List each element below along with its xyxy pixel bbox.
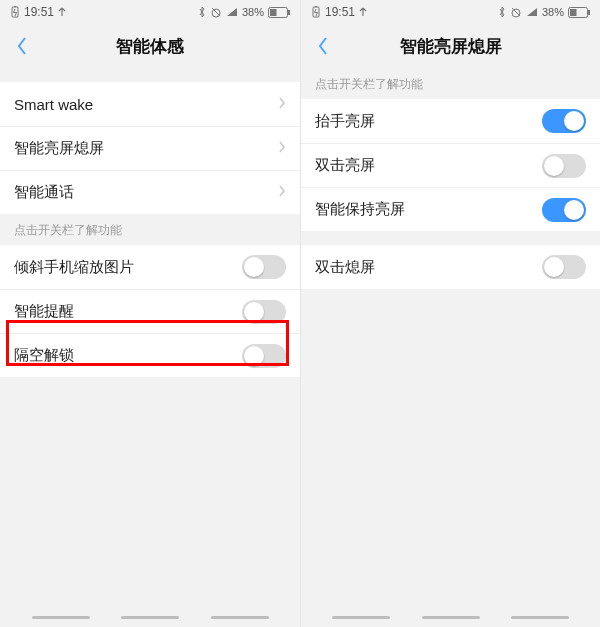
nav-segment — [211, 616, 269, 619]
nav-segment — [32, 616, 90, 619]
toggle-list: 倾斜手机缩放图片 智能提醒 隔空解锁 — [0, 245, 300, 377]
row-label: 倾斜手机缩放图片 — [14, 258, 242, 277]
row-smart-call[interactable]: 智能通话 — [0, 170, 300, 214]
svg-rect-5 — [288, 10, 290, 15]
nav-list: Smart wake 智能亮屏熄屏 智能通话 — [0, 82, 300, 214]
svg-point-2 — [212, 9, 220, 17]
signal-icon — [226, 7, 238, 17]
phone-left: 19:51 38% 智能体感 Smart wake 智能亮屏熄屏 智能通话 — [0, 0, 300, 627]
svg-rect-1 — [14, 6, 16, 7]
battery-icon — [268, 7, 290, 18]
alarm-off-icon — [210, 6, 222, 18]
row-label: 双击亮屏 — [315, 156, 542, 175]
svg-rect-13 — [570, 9, 577, 16]
bluetooth-icon — [498, 6, 506, 18]
toggle-list-1: 抬手亮屏 双击亮屏 智能保持亮屏 — [301, 99, 600, 231]
section-header: 点击开关栏了解功能 — [301, 68, 600, 99]
row-label: 智能亮屏熄屏 — [14, 139, 278, 158]
toggle-double-tap-wake[interactable] — [542, 154, 586, 178]
battery-charging-icon — [10, 6, 20, 18]
status-bar: 19:51 38% — [0, 0, 300, 24]
chevron-right-icon — [278, 184, 286, 201]
chevron-right-icon — [278, 140, 286, 157]
chevron-left-icon — [16, 36, 28, 56]
section-header: 点击开关栏了解功能 — [0, 214, 300, 245]
row-label: 隔空解锁 — [14, 346, 242, 365]
nav-indicator — [301, 616, 600, 619]
page-title: 智能亮屏熄屏 — [301, 35, 600, 58]
battery-icon — [568, 7, 590, 18]
row-smart-wake[interactable]: Smart wake — [0, 82, 300, 126]
chevron-left-icon — [317, 36, 329, 56]
upload-icon — [359, 7, 367, 17]
battery-percent: 38% — [242, 6, 264, 18]
status-bar: 19:51 38% — [301, 0, 600, 24]
row-raise-to-wake[interactable]: 抬手亮屏 — [301, 99, 600, 143]
nav-indicator — [0, 616, 300, 619]
status-time: 19:51 — [325, 5, 355, 19]
row-double-tap-sleep[interactable]: 双击熄屏 — [301, 245, 600, 289]
row-label: 双击熄屏 — [315, 258, 542, 277]
row-label: 智能保持亮屏 — [315, 200, 542, 219]
row-label: 智能通话 — [14, 183, 278, 202]
row-tilt-zoom[interactable]: 倾斜手机缩放图片 — [0, 245, 300, 289]
toggle-tilt-zoom[interactable] — [242, 255, 286, 279]
nav-segment — [121, 616, 179, 619]
header: 智能亮屏熄屏 — [301, 24, 600, 68]
page-title: 智能体感 — [0, 35, 300, 58]
row-keep-screen-on[interactable]: 智能保持亮屏 — [301, 187, 600, 231]
bluetooth-icon — [198, 6, 206, 18]
nav-segment — [422, 616, 480, 619]
row-smart-remind[interactable]: 智能提醒 — [0, 289, 300, 333]
toggle-smart-remind[interactable] — [242, 300, 286, 324]
toggle-keep-screen-on[interactable] — [542, 198, 586, 222]
svg-point-9 — [512, 9, 520, 17]
toggle-double-tap-sleep[interactable] — [542, 255, 586, 279]
chevron-right-icon — [278, 96, 286, 113]
svg-rect-12 — [588, 10, 590, 15]
svg-rect-8 — [315, 6, 317, 7]
upload-icon — [58, 7, 66, 17]
row-smart-screen[interactable]: 智能亮屏熄屏 — [0, 126, 300, 170]
row-label: 抬手亮屏 — [315, 112, 542, 131]
row-air-unlock[interactable]: 隔空解锁 — [0, 333, 300, 377]
row-label: 智能提醒 — [14, 302, 242, 321]
row-label: Smart wake — [14, 96, 278, 113]
back-button[interactable] — [0, 24, 44, 68]
back-button[interactable] — [301, 24, 345, 68]
signal-icon — [526, 7, 538, 17]
header: 智能体感 — [0, 24, 300, 68]
phone-right: 19:51 38% 智能亮屏熄屏 点击开关栏了解功能 抬手亮屏 双击亮屏 智能保… — [300, 0, 600, 627]
battery-charging-icon — [311, 6, 321, 18]
alarm-off-icon — [510, 6, 522, 18]
toggle-air-unlock[interactable] — [242, 344, 286, 368]
svg-rect-6 — [270, 9, 277, 16]
toggle-list-2: 双击熄屏 — [301, 245, 600, 289]
row-double-tap-wake[interactable]: 双击亮屏 — [301, 143, 600, 187]
toggle-raise-to-wake[interactable] — [542, 109, 586, 133]
nav-segment — [511, 616, 569, 619]
battery-percent: 38% — [542, 6, 564, 18]
status-time: 19:51 — [24, 5, 54, 19]
nav-segment — [332, 616, 390, 619]
